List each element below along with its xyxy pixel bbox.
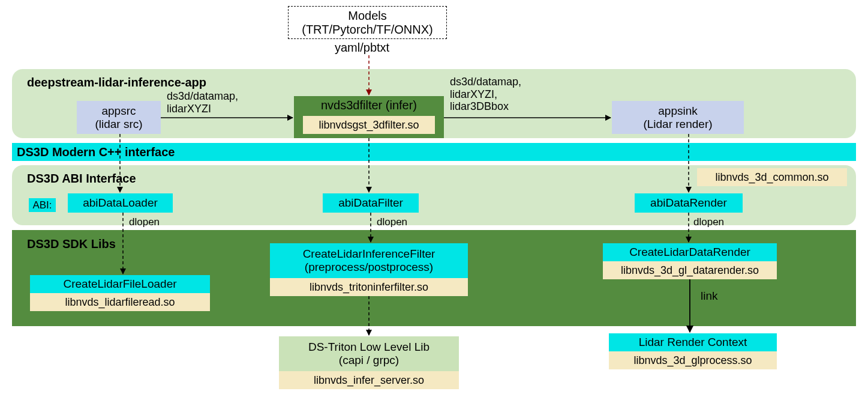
create-lidar-fileloader: CreateLidarFileLoader: [30, 275, 210, 293]
appsrc-line2: (lidar src): [95, 118, 142, 131]
create-lidar-datarender: CreateLidarDataRender: [603, 243, 777, 261]
appsink-line2: (Lidar render): [643, 118, 712, 131]
tritoninferfilter-lib: libnvds_tritoninferfilter.so: [270, 278, 468, 296]
gl-datarender-lib: libnvds_3d_gl_datarender.so: [603, 261, 777, 279]
edge-appsrc-nvds3d-label: ds3d/datamap, lidarXYZI: [167, 90, 238, 115]
nvds3dfilter-lib: libnvdsgst_3dfilter.so: [303, 116, 435, 134]
common-lib: libnvds_3d_common.so: [697, 168, 847, 186]
create-lidar-inferencefilter-group: CreateLidarInferenceFilter (preprocess/p…: [270, 243, 468, 296]
models-line2: (TRT/Pytorch/TF/ONNX): [302, 23, 433, 37]
infer-server-lib: libnvds_infer_server.so: [279, 371, 459, 389]
models-box: Models (TRT/Pytorch/TF/ONNX): [288, 6, 447, 39]
create-lidar-fileloader-group: CreateLidarFileLoader libnvds_lidarfiler…: [30, 275, 210, 311]
ds-triton-box: DS-Triton Low Level Lib (capi / grpc): [279, 336, 459, 371]
lidar-render-context-group: Lidar Render Context libnvds_3d_glproces…: [609, 333, 777, 369]
dlopen-label-1: dlopen: [129, 216, 160, 228]
appsink-box: appsink (Lidar render): [612, 101, 744, 134]
cpp-interface-header: DS3D Modern C++ interface: [17, 145, 175, 159]
appsink-line1: appsink: [658, 105, 698, 118]
abi-datarender: abiDataRender: [635, 193, 743, 213]
app-layer-header: deepstream-lidar-inference-app: [27, 76, 206, 89]
lidarfileread-lib: libnvds_lidarfileread.so: [30, 293, 210, 311]
sdk-layer-header: DS3D SDK Libs: [27, 237, 116, 251]
ds-triton-group: DS-Triton Low Level Lib (capi / grpc) li…: [279, 336, 459, 389]
abi-tag: ABI:: [29, 198, 56, 212]
edge-nvds3d-appsink-label: ds3d/datamap, lidarXYZI, lidar3DBbox: [450, 76, 521, 113]
dlopen-label-3: dlopen: [693, 216, 724, 228]
glprocess-lib: libnvds_3d_glprocess.so: [609, 351, 777, 369]
models-line1: Models: [348, 9, 386, 23]
create-lidar-inferencefilter: CreateLidarInferenceFilter (preprocess/p…: [270, 243, 468, 278]
dlopen-label-2: dlopen: [377, 216, 407, 228]
appsrc-box: appsrc (lidar src): [77, 101, 161, 134]
abi-layer-header: DS3D ABI Interface: [27, 172, 136, 186]
create-lidar-datarender-group: CreateLidarDataRender libnvds_3d_gl_data…: [603, 243, 777, 279]
appsrc-line1: appsrc: [101, 105, 136, 118]
yaml-pbtxt-label: yaml/pbtxt: [335, 41, 389, 55]
nvds3dfilter-title: nvds3dfilter (infer): [321, 98, 417, 112]
abi-datafilter: abiDataFilter: [323, 193, 419, 213]
link-label: link: [701, 289, 718, 303]
abi-dataloader: abiDataLoader: [68, 193, 173, 213]
nvds3dfilter-box: nvds3dfilter (infer) libnvdsgst_3dfilter…: [294, 96, 444, 138]
lidar-render-context: Lidar Render Context: [609, 333, 777, 351]
